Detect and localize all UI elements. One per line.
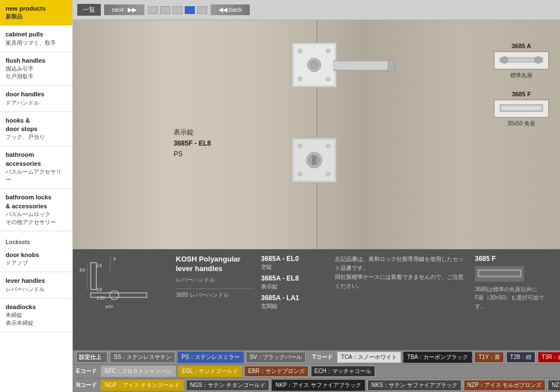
n-code-label: Nコード [76, 381, 99, 389]
back-button[interactable]: ◀◀ back [211, 4, 250, 15]
sidebar-item-hooks-door-stops-en: hooks & door stops [6, 116, 67, 134]
sidebar-item-door-handles-en: door handles [6, 90, 67, 99]
badge-ech[interactable]: ECH：マッチャコール [311, 366, 375, 377]
nav-dot-3[interactable] [172, 6, 183, 14]
sidebar-item-cabinet-pulls-jp: 家具用ツマミ、取手 [6, 39, 67, 47]
svg-point-6 [310, 61, 318, 69]
sidebar-item-door-handles-jp: ドアハンドル [6, 99, 67, 107]
code-row-2: 3685A - LA1 玄関錠 [261, 294, 328, 310]
sidebar-item-deadlocks[interactable]: deadlocks 本締錠 表示本締錠 [0, 298, 72, 332]
product-info: KOSH Polyangular lever handles レバーハンドル 3… [176, 255, 254, 299]
handle-svg [219, 37, 409, 233]
badge-sv[interactable]: SV：ブラックパール [246, 352, 306, 363]
sidebar-item-flush-handles-en: flush handles [6, 57, 67, 65]
svg-text:19: 19 [96, 287, 102, 292]
notes-text: 左記品番は、美和ロック社製専用鍵を使用したセット品番です。 同社製標準ケースには… [335, 255, 468, 291]
sidebar-item-bathroom-accessories-jp: バスルームアクセサリー [6, 168, 67, 184]
diagram-3685f: 3685 F 30x50 角座 [494, 91, 549, 128]
svg-text:24: 24 [96, 263, 102, 268]
badge-tca[interactable]: TCA：スノーホワイト [337, 352, 401, 363]
sidebar-item-new-products-en: new products [6, 4, 67, 13]
right-diagram: 3685 F 3685は標準の丸座以外に F座（30×50）も選択可能です。 [475, 255, 553, 310]
svg-rect-3 [334, 62, 389, 69]
svg-point-10 [326, 77, 330, 81]
sidebar-item-cabinet-pulls[interactable]: cabinet pulls 家具用ツマミ、取手 [0, 26, 72, 52]
ichiran-button[interactable]: 一覧 [77, 4, 101, 16]
nav-dot-2[interactable] [160, 6, 170, 14]
diagram-area: 3685 A 標準丸座 3685 F [494, 43, 549, 128]
sidebar-item-bathroom-accessories[interactable]: bathroom accessories バスルームアクセサリー [0, 146, 72, 189]
svg-point-9 [298, 77, 302, 81]
sidebar-item-door-handles[interactable]: door handles ドアハンドル [0, 86, 72, 111]
svg-text:130: 130 [96, 295, 105, 301]
svg-point-7 [298, 49, 302, 53]
sidebar-item-new-products-jp: 新製品 [6, 13, 67, 21]
diagram-3685a-label: 標準丸座 [510, 72, 533, 80]
sidebar-item-bathroom-locks-jp: バスルームロック その他アクセサリー [6, 211, 67, 226]
rd-note: 3685は標準の丸座以外に F座（30×50）も選択可能です。 [475, 285, 553, 310]
svg-rect-15 [312, 156, 316, 165]
badge-nzs[interactable]: NZS：サテン モルガブロンズ [548, 380, 560, 391]
sidebar-item-hooks-door-stops[interactable]: hooks & door stops フック、戸当り [0, 112, 72, 147]
sidebar-item-new-products[interactable]: new products 新製品 [0, 0, 72, 26]
product-jp-name: レバーハンドル [176, 276, 254, 284]
svg-rect-37 [479, 271, 520, 276]
sidebar-item-door-knobs-en: door knobs [6, 251, 67, 259]
nav-dot-4-active[interactable] [185, 6, 195, 14]
sidebar-item-deadlocks-en: deadlocks [6, 303, 67, 311]
footer-row-n: Nコード NGP：アイス チタンゴールド NGS：サテン チタンゴールド NKP… [73, 378, 560, 392]
sidebar-item-lever-handles[interactable]: lever handles レバーハンドル [0, 272, 72, 298]
svg-point-18 [298, 172, 302, 176]
nav-dot-1[interactable] [148, 6, 158, 14]
badge-ngs[interactable]: NGS：サテン チタンゴールド [186, 380, 269, 391]
badge-ebr[interactable]: EBR：サンドブロンズ [244, 366, 309, 377]
svg-point-21 [501, 57, 508, 63]
sidebar-item-flush-handles[interactable]: flush handles 掘込み引手 引戸用取手 [0, 52, 72, 86]
svg-text:ø50: ø50 [105, 304, 113, 309]
code-row-1: 3685A - EL8 表示錠 [261, 274, 328, 291]
t-code-label: Tコード [310, 353, 333, 361]
nav-dot-5[interactable] [197, 6, 207, 14]
notes-block: 左記品番は、美和ロック社製専用鍵を使用したセット品番です。 同社製標準ケースには… [335, 255, 468, 291]
code-table: 3685A - EL0 空錠 3685A - EL8 表示錠 3685A - L… [261, 255, 328, 310]
svg-rect-24 [501, 106, 542, 110]
product-name2: lever handles [176, 264, 254, 274]
badge-nzp[interactable]: NZP：アイス モルガブロンズ [464, 380, 546, 391]
sidebar-item-door-knobs-jp: ドアノブ [6, 259, 67, 267]
sidebar-item-cabinet-pulls-en: cabinet pulls [6, 30, 67, 39]
badge-ngp[interactable]: NGP：アイス チタンゴールド [101, 380, 184, 391]
svg-point-34 [110, 291, 119, 300]
top-nav: 一覧 next ▶▶ ◀◀ back [73, 0, 560, 20]
next-button[interactable]: next ▶▶ [104, 4, 144, 15]
nav-dots [148, 6, 207, 14]
badge-t2b[interactable]: T2B：紺 [506, 352, 535, 363]
code-0-desc: 空錠 [261, 263, 328, 271]
svg-text:4: 4 [113, 256, 116, 262]
diagram-3685f-img [494, 100, 549, 118]
badge-egl[interactable]: EGL：サンドゴールド [178, 366, 242, 377]
badge-tba[interactable]: TBA：カーボンブラック [403, 352, 472, 363]
svg-rect-29 [91, 263, 96, 290]
svg-point-8 [326, 49, 330, 53]
product-name: KOSH Polyangular [176, 255, 254, 264]
product-image-area: 表示錠 3685F - EL8 PS 3685 A 標準丸座 3685 F [73, 20, 560, 249]
sidebar-item-deadlocks-jp: 本締錠 表示本締錠 [6, 311, 67, 327]
badge-t1y[interactable]: T1Y：茶 [474, 352, 503, 363]
product-label-line2: 3685F - EL8 [174, 138, 211, 149]
diagram-3685a: 3685 A 標準丸座 [494, 43, 549, 80]
badge-nkp[interactable]: NKP：アイス サファイアブラック [272, 380, 365, 391]
badge-nks[interactable]: NKS：サテン サファイアブラック [367, 380, 461, 391]
sidebar-item-door-knobs[interactable]: door knobs ドアノブ [0, 246, 72, 272]
rd-img [475, 266, 524, 282]
badge-efc[interactable]: EFC：フロストシャンパン [101, 366, 176, 377]
sidebar-item-lever-handles-jp: レバーハンドル [6, 286, 67, 293]
badge-t3r[interactable]: T3R：赤 [538, 352, 560, 363]
badge-ss[interactable]: SS：ステンレスサテン [110, 352, 175, 363]
dims-svg: 4 64 24 19 130 ø50 [80, 255, 164, 311]
badge-ps[interactable]: PS：ステンレスミラー [178, 352, 243, 363]
locksets-section-label: Locksets [0, 236, 72, 246]
footer: 設定仕上 SS：ステンレスサテン PS：ステンレスミラー SV：ブラックパール … [73, 350, 560, 392]
shitsu-label: 設定仕上 [76, 352, 108, 363]
sidebar-item-bathroom-locks[interactable]: bathroom locks & accessories バスルームロック その… [0, 189, 72, 231]
code-2-desc: 玄関錠 [261, 302, 328, 310]
